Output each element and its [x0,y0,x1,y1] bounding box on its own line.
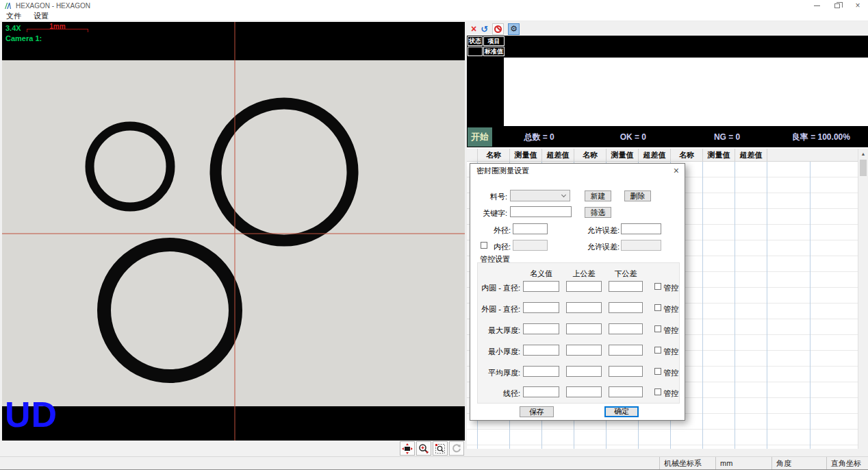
part-no-label: 料号: [470,192,507,202]
minimize-button[interactable] [806,0,827,11]
control-checkbox[interactable] [654,368,661,375]
status-coordinate-system: 机械坐标系 [659,457,715,470]
dialog-title: 密封圈测量设置 [470,164,685,177]
control-checkbox-label: 管控 [663,283,680,293]
lower-tol-input[interactable] [609,302,643,313]
upper-tol-input[interactable] [566,366,602,377]
nominal-input[interactable] [523,323,559,334]
start-button[interactable]: 开始 [468,127,492,147]
refresh-view-button[interactable] [449,441,464,456]
part-no-dropdown[interactable] [510,190,570,201]
result-col [735,162,767,449]
menu-item-file[interactable]: 文件 [0,11,27,21]
outer-tolerance-input[interactable] [621,223,661,234]
stop-button[interactable] [492,23,504,35]
settings-button[interactable]: ⚙ [508,23,520,35]
result-table-hscroll[interactable] [467,449,868,456]
lower-tol-input[interactable] [609,366,643,377]
seal-measure-settings-dialog: 密封圈测量设置 × 料号: 新建 删除 关键字: 筛选 外径: 允许误差: 内径… [470,163,685,421]
delete-button[interactable]: 删除 [624,190,651,201]
inner-diameter-checkbox[interactable] [481,242,487,249]
scale-bar-label: 1mm [27,23,88,30]
zoom-in-button[interactable] [416,441,431,456]
scale-bar: 1mm [27,23,88,34]
control-checkbox[interactable] [654,325,661,332]
result-col-filler [810,162,858,449]
control-checkbox[interactable] [654,304,661,311]
status-unit: mm [715,457,771,470]
nominal-input[interactable] [523,281,559,292]
upper-tol-input[interactable] [566,281,602,292]
ok-button[interactable]: 确定 [604,406,639,417]
run-status-bar: 开始 总数 = 0 OK = 0 NG = 0 良率 = 100.00% [467,127,868,147]
refresh-items-icon: ↺ [481,24,488,34]
scrollbar-up-icon[interactable]: ▲ [858,149,868,159]
lower-tol-input[interactable] [609,345,643,356]
result-header-measured-2: 测量值 [607,149,639,161]
row-label-max-thickness: 最大厚度: [478,325,520,336]
item-table-header-standard: 标准值 [483,47,505,56]
refresh-view-icon [451,443,462,454]
upper-tol-header: 上公差 [566,269,602,279]
result-header-name-2: 名称 [574,149,607,161]
result-table-header: 名称 测量值 超差值 名称 测量值 超差值 名称 测量值 超差值 [467,149,858,162]
control-checkbox[interactable] [654,347,661,354]
result-header-deviation-1: 超差值 [542,149,574,161]
window-controls: × [806,0,868,11]
lower-tol-input[interactable] [609,281,643,292]
keyword-input[interactable] [510,206,572,217]
row-label-avg-thickness: 平均厚度: [478,368,520,378]
camera-toolbar [0,441,467,456]
camera-image [2,22,465,441]
nominal-input[interactable] [523,366,559,377]
window-title: HEXAGON - HEXAGON [16,2,90,10]
camera-view[interactable]: 3.4X 1mm Camera 1: UD [2,22,465,441]
filter-button[interactable]: 筛选 [585,207,611,218]
stop-icon [494,25,502,33]
outer-diameter-input[interactable] [513,223,548,234]
lower-tol-input[interactable] [609,386,643,397]
upper-tol-input[interactable] [566,323,602,334]
result-table-scrollbar[interactable]: ▲ [858,149,868,449]
inner-diameter-input[interactable] [513,240,548,251]
dialog-close-button[interactable]: × [674,165,679,176]
restore-button[interactable] [827,0,847,11]
control-checkbox-label: 管控 [663,347,680,357]
control-settings-group: 名义值 上公差 下公差 内圆 - 直径: 管控 外圆 - 直径: 管控 最大厚度… [477,262,680,404]
restore-icon [834,3,840,8]
menu-item-settings[interactable]: 设置 [27,11,55,21]
status-angle: 角度 [771,457,826,470]
inner-diameter-label: 内径: [489,242,511,252]
save-button[interactable]: 保存 [520,406,554,417]
delete-item-button[interactable]: × [471,24,476,34]
control-checkbox-label: 管控 [663,388,680,399]
zoom-region-button[interactable] [433,441,448,456]
nominal-input[interactable] [523,345,559,356]
result-header-measured-1: 测量值 [510,149,542,161]
actual-size-button[interactable] [400,441,415,456]
inner-tolerance-input[interactable] [621,240,661,251]
close-button[interactable]: × [847,0,868,11]
control-checkbox[interactable] [654,283,661,290]
control-checkbox[interactable] [654,388,661,395]
upper-tol-input[interactable] [566,302,602,313]
app-logo-icon [4,2,12,10]
upper-tol-input[interactable] [566,345,602,356]
total-count: 总数 = 0 [492,132,586,143]
result-header-name-1: 名称 [478,149,510,161]
refresh-items-button[interactable]: ↺ [481,25,488,34]
status-rect-coords: 直角坐标 [826,457,868,470]
new-button[interactable]: 新建 [585,190,611,201]
chevron-down-icon [561,193,566,197]
row-label-outer-diameter: 外圆 - 直径: [478,304,520,314]
camera-name-label: Camera 1: [5,34,42,42]
lower-tol-input[interactable] [609,323,643,334]
app-window: HEXAGON - HEXAGON × 文件 设置 3.4X 1mm Camer… [0,0,868,470]
row-label-wire-diameter: 线径: [478,388,520,399]
control-checkbox-label: 管控 [663,368,680,378]
upper-tol-input[interactable] [566,386,602,397]
nominal-header: 名义值 [523,269,559,279]
nominal-input[interactable] [523,302,559,313]
nominal-input[interactable] [523,386,559,397]
scrollbar-thumb[interactable] [860,160,867,176]
